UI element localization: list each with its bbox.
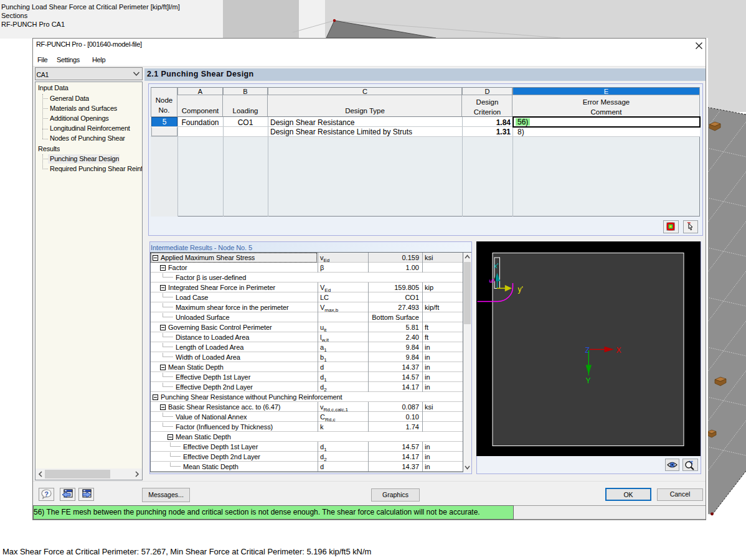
svg-text:?: ? (44, 490, 49, 498)
svg-text:y': y' (518, 285, 523, 294)
svg-text:Y: Y (586, 376, 591, 385)
svg-text:5: 5 (488, 279, 496, 283)
svg-text:x': x' (494, 262, 499, 269)
svg-text:X: X (616, 346, 621, 355)
